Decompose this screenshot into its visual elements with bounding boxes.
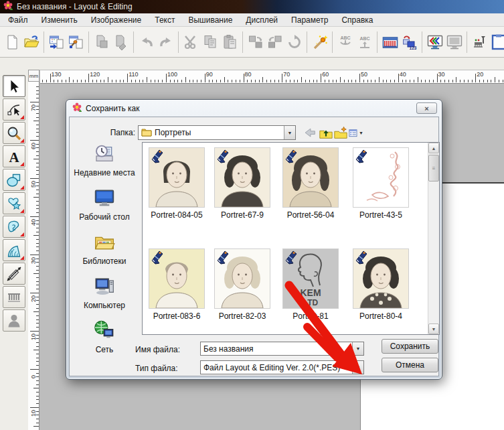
svg-text:LTD: LTD [303,298,319,307]
menu-item-3[interactable]: Изображение [84,14,149,26]
svg-text:ABC: ABC [359,36,369,41]
file-label[interactable]: Portret-67-9 [209,210,276,220]
toolbar-separator [377,31,377,53]
menu-item-1[interactable]: Файл [1,14,35,26]
file-thumbnail-Portret-56-04[interactable] [282,147,339,208]
recent-places-icon [93,143,116,167]
h-ruler-label: 110 [129,71,138,78]
dialog-title-bar[interactable]: Сохранить как [72,102,139,115]
save-button[interactable]: Сохранить [382,339,438,354]
clipboard-edge-button[interactable] [489,32,504,52]
cancel-button[interactable]: Отмена [382,358,438,372]
folder-dropdown-button[interactable]: ▼ [284,126,295,139]
pes-file-overlay-icon [149,148,165,164]
realistic-preview-button [444,32,464,52]
v-ruler-label: 0 [30,375,37,378]
filename-combobox[interactable]: Без названия ▼ [200,342,364,356]
shapes-tool[interactable] [3,169,25,191]
design-preview-button[interactable] [425,32,444,52]
menu-item-2[interactable]: Изменить [35,14,84,26]
h-ruler-label: 30 [438,71,445,78]
pes-file-overlay-icon [353,148,369,164]
open-image-button[interactable] [66,32,86,52]
place-item-libraries[interactable]: Библиотеки [71,231,138,266]
ruler-unit-box: mm [28,70,39,82]
filetype-label: Тип файла: [135,364,178,373]
open-file-button[interactable] [21,32,41,52]
h-ruler-label: 80 [245,71,252,78]
window-title: Без названия - Layout & Editing [17,2,133,11]
toolbar-separator [422,31,422,53]
file-thumbnail-Portret-82-03[interactable] [214,248,270,309]
file-thumbnail-Portret-67-9[interactable] [214,147,270,208]
place-item-recent-places[interactable]: Недавние места [71,143,138,177]
measure-tool[interactable] [3,263,25,285]
folder-combobox[interactable]: Портреты ▼ [138,125,296,140]
manual-punch-tool[interactable] [3,239,25,261]
application-window: Без названия - Layout & Editing ФайлИзме… [0,0,504,430]
filename-dropdown-button[interactable]: ▼ [352,342,363,355]
toolbar-separator [242,31,243,53]
menu-item-4[interactable]: Текст [148,14,181,26]
scroll-up-button[interactable]: ▲ [428,143,439,153]
menu-item-7[interactable]: Параметр [284,14,335,26]
back-button [303,126,317,140]
place-item-computer[interactable]: Компьютер [71,275,138,310]
point-edit-tool[interactable] [3,98,25,121]
dialog-close-button[interactable]: × [416,102,437,114]
outline-tool[interactable] [3,216,25,238]
new-document-button[interactable] [2,32,21,52]
file-thumbnail-Portret-81[interactable]: KEM LTD [282,248,339,309]
view-menu-button[interactable]: ▼ [349,126,363,140]
filename-label: Имя файла: [135,345,180,354]
file-list-scrollbar[interactable]: ▲ ≡ ▼ [428,143,439,334]
file-label[interactable]: Portret-43-5 [347,210,414,220]
file-label[interactable]: Portret-82-03 [209,311,276,321]
file-label[interactable]: Portret-56-04 [277,210,344,220]
file-label[interactable]: Portret-80-4 [347,311,414,321]
dialog-title: Сохранить как [86,104,139,113]
scrollbar-thumb[interactable]: ≡ [428,155,439,182]
menu-item-5[interactable]: Вышивание [181,14,239,26]
place-item-desktop[interactable]: Рабочий стол [71,187,138,222]
filename-value: Без названия [203,344,349,354]
magic-wand-button[interactable] [310,32,329,52]
toolbar-separator [467,31,467,53]
app-flower-icon [3,1,13,13]
file-thumbnail-Portret-083-6[interactable] [149,248,205,309]
file-label[interactable]: Portret-81 [277,311,344,321]
sewing-order-button[interactable]: 123 [400,32,419,52]
zoom-tool[interactable] [3,122,25,144]
filetype-combobox[interactable]: Файл Layout & Editing Ver. 2.0(*.PES) ▼ [200,360,364,374]
desktop-icon [93,187,116,211]
v-ruler-label: 10 [30,410,37,417]
stitch-simulator-button[interactable] [470,32,489,52]
file-label[interactable]: Portret-084-05 [143,210,210,220]
filetype-dropdown-button[interactable]: ▼ [352,361,363,374]
h-ruler-label: 130 [52,71,62,78]
v-ruler-label: 30 [30,257,37,264]
text-tool[interactable]: A [3,145,25,167]
star-shapes-tool[interactable] [3,192,25,214]
import-design-button[interactable] [47,32,66,52]
place-label: Недавние места [74,169,135,177]
select-tool[interactable] [3,75,25,97]
export-button [111,32,131,52]
portrait-tool[interactable] [3,309,25,332]
file-thumbnail-Portret-43-5[interactable] [353,147,409,208]
place-item-network[interactable]: Сеть [71,319,138,354]
file-thumbnail-Portret-80-4[interactable] [353,248,409,309]
v-ruler-label: 70 [30,104,37,111]
scroll-down-button[interactable]: ▼ [428,324,439,334]
menu-item-6[interactable]: Дисплей [239,14,284,26]
h-ruler-label: 100 [167,71,177,78]
new-folder-button[interactable] [333,126,348,140]
up-one-level-button[interactable] [319,126,333,140]
file-label[interactable]: Portret-083-6 [143,311,210,321]
thread-chart-button[interactable] [380,32,400,52]
computer-icon [93,275,116,299]
file-thumbnail-Portret-084-05[interactable] [149,147,205,208]
stitch-tool[interactable] [3,286,25,308]
menu-item-8[interactable]: Справка [335,14,380,26]
text-on-arc-button: ABC [335,32,355,52]
